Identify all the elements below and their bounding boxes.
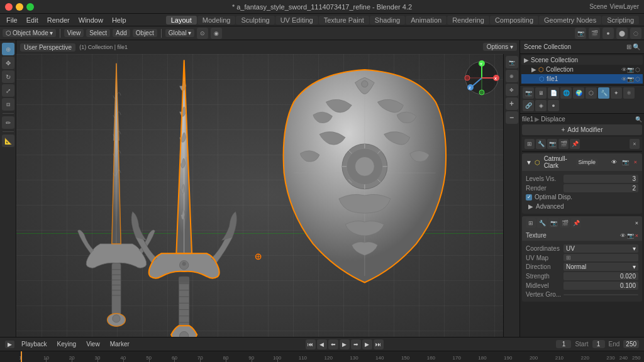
strength-value[interactable]: 0.020 <box>564 272 638 280</box>
collection-camera-icon[interactable]: 📷 <box>627 67 634 73</box>
close-button[interactable] <box>5 3 13 11</box>
uv-map-field[interactable]: ⊞ <box>564 254 638 261</box>
playback-menu[interactable]: Playback <box>18 340 50 348</box>
pan-btn[interactable]: ✥ <box>506 84 518 96</box>
proportional-edit-button[interactable]: ◉ <box>211 28 222 39</box>
cursor-tool[interactable]: ⊕ <box>2 43 14 55</box>
viewport[interactable]: User Perspective (1) Collection | file1 … <box>16 40 519 337</box>
tab-animation[interactable]: Animation <box>406 16 447 25</box>
zoom-out-btn[interactable]: − <box>506 111 518 124</box>
snap-button[interactable]: ⊙ <box>197 28 208 39</box>
collection-item[interactable]: ▶ ⬡ Collection 👁 📷 ⬡ <box>521 65 643 74</box>
tex-mod-render[interactable]: 🎬 <box>560 218 570 228</box>
marker-menu[interactable]: Marker <box>107 340 133 348</box>
menu-render[interactable]: Render <box>43 16 74 25</box>
collection-eye-icon[interactable]: 👁 <box>621 67 627 73</box>
file1-item[interactable]: ⬡ file1 👁 📷 ⬡ <box>521 74 643 84</box>
render-levels-value[interactable]: 2 <box>564 184 638 192</box>
prev-frame-btn[interactable]: ⬅ <box>328 339 338 349</box>
subdiv-render-icon[interactable]: 📷 <box>622 159 629 165</box>
play-btn[interactable]: ▶ <box>340 339 350 349</box>
zoom-in-btn[interactable]: + <box>506 97 518 110</box>
mod-camera-btn[interactable]: 📷 <box>547 139 557 149</box>
mod-pin-btn[interactable]: 📌 <box>570 139 580 149</box>
tex-mod-toggle[interactable]: ⊞ <box>526 218 536 228</box>
advanced-toggle[interactable]: ▶ Advanced <box>526 202 638 211</box>
mod-render-btn[interactable]: 🎬 <box>558 139 569 149</box>
object-menu[interactable]: Object <box>133 29 157 37</box>
modifier-search-icon[interactable]: 🔍 <box>635 116 642 123</box>
optimal-display-checkbox[interactable] <box>526 194 532 200</box>
prop-object-icon[interactable]: ⬡ <box>586 87 597 99</box>
tab-compositing[interactable]: Compositing <box>490 16 538 25</box>
add-modifier-button[interactable]: + Add Modifier <box>522 124 642 135</box>
keying-menu[interactable]: Keying <box>54 340 80 348</box>
prop-world-icon[interactable]: 🌍 <box>573 87 584 99</box>
tex-mod-cam[interactable]: 📷 <box>548 218 558 228</box>
viewport-shading-btn[interactable]: ● <box>602 28 614 39</box>
tex-mod-delete-icon[interactable]: × <box>635 233 638 239</box>
tab-geometry-nodes[interactable]: Geometry Nodes <box>539 16 601 25</box>
tab-layout[interactable]: Layout <box>166 16 197 25</box>
camera-icon-btn[interactable]: 📷 <box>575 28 586 39</box>
overlay-btn[interactable]: ⬤ <box>616 28 628 39</box>
add-menu[interactable]: Add <box>113 29 130 37</box>
prop-data-icon[interactable]: ◈ <box>535 100 547 111</box>
subdivision-modifier-header[interactable]: ▼ ⬡ Catmull-Clark Simple 👁 📷 × <box>522 153 642 171</box>
menu-help[interactable]: Help <box>108 16 130 25</box>
prop-scene-icon[interactable]: 🌐 <box>560 87 572 99</box>
menu-file[interactable]: File <box>3 16 21 25</box>
view-menu[interactable]: View <box>64 29 84 37</box>
menu-window[interactable]: Window <box>75 16 107 25</box>
scene-collection-row[interactable]: ▶ Scene Collection <box>521 55 643 65</box>
tab-sculpting[interactable]: Sculpting <box>236 16 274 25</box>
tab-rendering[interactable]: Rendering <box>447 16 489 25</box>
xray-btn[interactable]: ◌ <box>630 28 641 39</box>
minimize-button[interactable] <box>16 3 23 11</box>
maximize-button[interactable] <box>26 3 34 11</box>
direction-dropdown[interactable]: Normal ▾ <box>564 263 638 271</box>
rotate-tool[interactable]: ↻ <box>2 70 14 83</box>
breadcrumb-displace[interactable]: Displace <box>541 116 565 123</box>
options-button[interactable]: Options ▾ <box>483 43 517 51</box>
prop-output-icon[interactable]: 🖥 <box>535 87 547 99</box>
subdiv-eye-icon[interactable]: 👁 <box>611 159 617 165</box>
subdiv-type-simple[interactable]: Simple <box>576 158 599 166</box>
transform-tool[interactable]: ⧈ <box>2 98 14 111</box>
prop-view-layer-icon[interactable]: 📄 <box>548 87 559 99</box>
tab-shading[interactable]: Shading <box>370 16 405 25</box>
camera-view-btn[interactable]: 📷 <box>506 56 518 69</box>
collection-render-icon[interactable]: ⬡ <box>635 67 640 73</box>
render-btn[interactable]: 🎬 <box>589 28 600 39</box>
tex-mod-eye-icon[interactable]: 👁 <box>620 233 626 239</box>
prop-particles-icon[interactable]: ✦ <box>611 87 622 99</box>
measure-tool[interactable]: 📐 <box>2 134 14 147</box>
levels-vis-value[interactable]: 3 <box>564 175 638 183</box>
next-keyframe-btn[interactable]: ▶ <box>362 339 372 349</box>
viewport-perspective-btn[interactable]: User Perspective <box>20 43 75 52</box>
tex-mod-rendercam-icon[interactable]: 📷 <box>627 233 634 239</box>
subdiv-delete-icon[interactable]: × <box>634 159 637 165</box>
end-frame-input[interactable]: 250 <box>623 340 639 348</box>
annotate-tool[interactable]: ✏ <box>2 116 14 129</box>
jump-end-btn[interactable]: ⏭ <box>374 339 384 349</box>
prop-physics-icon[interactable]: ⚛ <box>623 87 635 99</box>
file1-eye-icon[interactable]: 👁 <box>621 76 627 82</box>
transform-orientation-dropdown[interactable]: Global ▾ <box>165 29 194 37</box>
tex-mod-wrench[interactable]: 🔧 <box>537 218 547 228</box>
move-tool[interactable]: ✥ <box>2 57 14 69</box>
view-menu[interactable]: View <box>83 340 103 348</box>
start-frame-input[interactable]: 1 <box>592 340 605 348</box>
object-mode-dropdown[interactable]: ⬡ Object Mode ▾ <box>3 29 56 37</box>
select-menu[interactable]: Select <box>86 29 110 37</box>
tab-uv-editing[interactable]: UV Editing <box>275 16 318 25</box>
vertex-group-field[interactable] <box>564 294 638 295</box>
viewport-settings-btn[interactable]: ⊕ <box>506 70 518 82</box>
file1-render-icon[interactable]: ⬡ <box>635 76 640 82</box>
jump-start-btn[interactable]: ⏮ <box>306 339 316 349</box>
tex-mod-close-icon[interactable]: × <box>635 220 638 226</box>
search-icon[interactable]: 🔍 <box>633 43 640 50</box>
mod-wrench-btn[interactable]: 🔧 <box>536 139 546 149</box>
prop-render-icon[interactable]: 📷 <box>523 87 534 99</box>
menu-edit[interactable]: Edit <box>23 16 42 25</box>
